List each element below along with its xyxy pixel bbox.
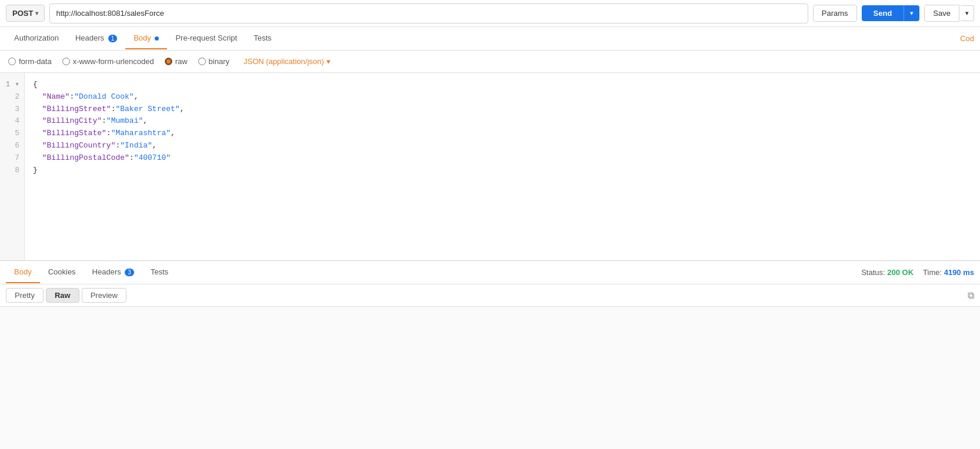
json-format-dropdown[interactable]: JSON (application/json) ▾ xyxy=(244,57,331,66)
option-binary[interactable]: binary xyxy=(198,57,229,66)
code-textarea[interactable]: { "Name":"Donald Cook", "BillingStreet":… xyxy=(25,73,980,260)
format-preview-button[interactable]: Preview xyxy=(82,288,126,303)
status-label: Status: 200 OK xyxy=(861,268,914,277)
status-value: 200 OK xyxy=(887,268,914,277)
save-chevron-button[interactable]: ▾ xyxy=(961,5,974,21)
body-dot xyxy=(155,36,159,41)
response-status: Status: 200 OK Time: 4190 ms xyxy=(861,268,974,277)
tab-authorization[interactable]: Authorization xyxy=(6,28,67,49)
top-bar: POST ▾ Params Send ▾ Save ▾ xyxy=(0,0,980,27)
send-group: Send ▾ xyxy=(862,5,920,21)
json-dropdown-chevron-icon: ▾ xyxy=(326,57,331,66)
request-tabs: Authorization Headers 1 Body Pre-request… xyxy=(0,27,980,51)
response-body xyxy=(0,307,980,449)
form-data-label: form-data xyxy=(19,57,52,66)
resp-headers-badge: 3 xyxy=(125,269,134,276)
response-section: Body Cookies Headers 3 Tests Status: 200… xyxy=(0,261,980,449)
tab-pre-request-script[interactable]: Pre-request Script xyxy=(167,28,245,49)
resp-tab-body[interactable]: Body xyxy=(6,262,40,283)
response-format-bar: Pretty Raw Preview ⧉ xyxy=(0,284,980,307)
radio-form-data[interactable] xyxy=(8,58,16,65)
raw-label: raw xyxy=(175,57,188,66)
time-label: Time: 4190 ms xyxy=(923,268,974,277)
method-dropdown[interactable]: POST ▾ xyxy=(6,5,45,22)
send-chevron-button[interactable]: ▾ xyxy=(904,5,919,21)
radio-binary[interactable] xyxy=(198,58,206,65)
line-num-8: 8 xyxy=(0,165,24,177)
option-form-data[interactable]: form-data xyxy=(8,57,52,66)
headers-badge: 1 xyxy=(108,35,118,42)
save-group: Save ▾ xyxy=(924,5,974,22)
url-input[interactable] xyxy=(49,4,808,24)
save-button[interactable]: Save xyxy=(924,5,959,22)
method-label: POST xyxy=(12,9,33,18)
time-value: 4190 ms xyxy=(944,268,974,277)
resp-tab-headers[interactable]: Headers 3 xyxy=(84,262,142,283)
tab-body[interactable]: Body xyxy=(125,28,167,49)
body-type-bar: form-data x-www-form-urlencoded raw bina… xyxy=(0,51,980,73)
binary-label: binary xyxy=(209,57,229,66)
line-num-2: 2 xyxy=(0,91,24,103)
code-editor: 1 ▾ 2 3 4 5 6 7 8 { "Name":"Donald Cook"… xyxy=(0,73,980,261)
send-button[interactable]: Send xyxy=(862,5,904,21)
code-link[interactable]: Cod xyxy=(960,34,974,43)
urlencoded-label: x-www-form-urlencoded xyxy=(73,57,154,66)
option-urlencoded[interactable]: x-www-form-urlencoded xyxy=(62,57,154,66)
radio-urlencoded[interactable] xyxy=(62,58,70,65)
params-button[interactable]: Params xyxy=(813,5,857,22)
tab-tests[interactable]: Tests xyxy=(245,28,279,49)
copy-icon[interactable]: ⧉ xyxy=(968,290,974,301)
response-tabs: Body Cookies Headers 3 Tests Status: 200… xyxy=(0,261,980,284)
line-num-5: 5 xyxy=(0,128,24,140)
method-chevron-icon: ▾ xyxy=(35,10,38,16)
line-num-1: 1 ▾ xyxy=(0,79,24,91)
resp-tab-tests[interactable]: Tests xyxy=(142,262,176,283)
option-raw[interactable]: raw xyxy=(165,57,188,66)
resp-tab-cookies[interactable]: Cookies xyxy=(40,262,84,283)
line-num-7: 7 xyxy=(0,152,24,165)
tab-headers[interactable]: Headers 1 xyxy=(67,28,125,49)
line-num-3: 3 xyxy=(0,103,24,116)
radio-raw[interactable] xyxy=(165,58,172,65)
line-numbers: 1 ▾ 2 3 4 5 6 7 8 xyxy=(0,73,25,260)
format-pretty-button[interactable]: Pretty xyxy=(6,288,44,303)
line-num-4: 4 xyxy=(0,115,24,128)
format-raw-button[interactable]: Raw xyxy=(46,288,79,303)
json-format-label: JSON (application/json) xyxy=(244,57,324,66)
line-num-6: 6 xyxy=(0,140,24,152)
